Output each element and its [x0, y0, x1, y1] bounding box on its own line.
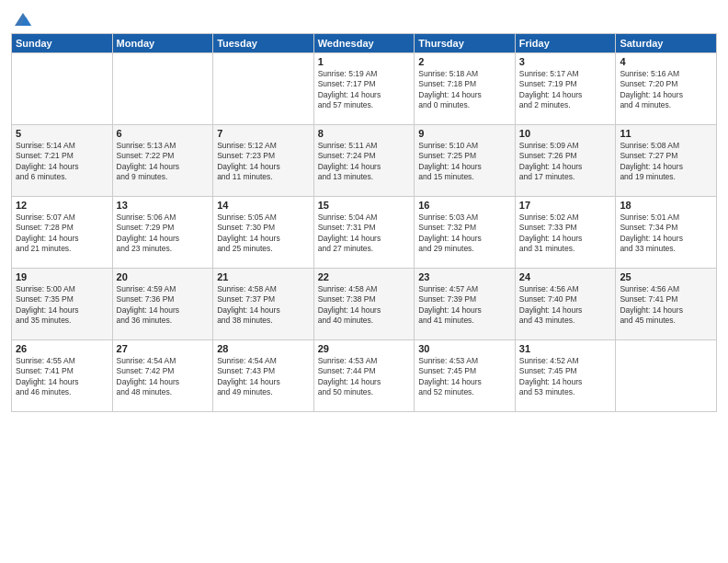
calendar-cell: 30Sunrise: 4:53 AM Sunset: 7:45 PM Dayli… — [415, 340, 516, 412]
calendar-table: SundayMondayTuesdayWednesdayThursdayFrid… — [11, 33, 717, 412]
day-number: 21 — [217, 271, 310, 282]
calendar-cell: 21Sunrise: 4:58 AM Sunset: 7:37 PM Dayli… — [213, 269, 314, 340]
day-info: Sunrise: 5:06 AM Sunset: 7:29 PM Dayligh… — [117, 213, 210, 255]
day-info: Sunrise: 4:56 AM Sunset: 7:40 PM Dayligh… — [519, 284, 612, 327]
day-number: 3 — [519, 56, 612, 67]
day-number: 26 — [16, 343, 108, 354]
day-number: 10 — [519, 128, 612, 139]
day-info: Sunrise: 5:17 AM Sunset: 7:19 PM Dayligh… — [519, 69, 612, 111]
calendar-cell: 10Sunrise: 5:09 AM Sunset: 7:26 PM Dayli… — [515, 125, 616, 197]
day-number: 22 — [318, 271, 411, 282]
day-info: Sunrise: 5:04 AM Sunset: 7:31 PM Dayligh… — [318, 213, 411, 255]
day-info: Sunrise: 4:54 AM Sunset: 7:42 PM Dayligh… — [117, 356, 210, 398]
day-info: Sunrise: 5:13 AM Sunset: 7:22 PM Dayligh… — [117, 141, 210, 183]
calendar-cell: 6Sunrise: 5:13 AM Sunset: 7:22 PM Daylig… — [112, 125, 213, 197]
day-number: 27 — [117, 343, 210, 354]
day-info: Sunrise: 5:16 AM Sunset: 7:20 PM Dayligh… — [620, 69, 712, 111]
day-number: 12 — [16, 200, 108, 211]
day-number: 24 — [519, 271, 612, 282]
calendar-cell: 15Sunrise: 5:04 AM Sunset: 7:31 PM Dayli… — [313, 197, 415, 269]
day-info: Sunrise: 4:56 AM Sunset: 7:41 PM Dayligh… — [620, 284, 712, 327]
calendar-cell: 7Sunrise: 5:12 AM Sunset: 7:23 PM Daylig… — [213, 125, 314, 197]
calendar-cell: 26Sunrise: 4:55 AM Sunset: 7:41 PM Dayli… — [12, 340, 113, 412]
day-number: 16 — [418, 200, 511, 211]
calendar-page: SundayMondayTuesdayWednesdayThursdayFrid… — [0, 0, 728, 563]
day-info: Sunrise: 5:14 AM Sunset: 7:21 PM Dayligh… — [16, 141, 108, 183]
day-info: Sunrise: 4:53 AM Sunset: 7:45 PM Dayligh… — [418, 356, 511, 398]
day-info: Sunrise: 5:10 AM Sunset: 7:25 PM Dayligh… — [418, 141, 511, 183]
day-number: 30 — [418, 343, 511, 354]
calendar-cell: 18Sunrise: 5:01 AM Sunset: 7:34 PM Dayli… — [616, 197, 717, 269]
day-number: 20 — [117, 271, 210, 282]
day-number: 14 — [217, 200, 310, 211]
day-number: 19 — [16, 271, 108, 282]
day-info: Sunrise: 5:09 AM Sunset: 7:26 PM Dayligh… — [519, 141, 612, 183]
calendar-cell: 17Sunrise: 5:02 AM Sunset: 7:33 PM Dayli… — [515, 197, 616, 269]
day-info: Sunrise: 4:57 AM Sunset: 7:39 PM Dayligh… — [418, 284, 511, 327]
calendar-header-monday: Monday — [112, 34, 213, 53]
calendar-week-row: 1Sunrise: 5:19 AM Sunset: 7:17 PM Daylig… — [12, 53, 717, 125]
calendar-cell: 25Sunrise: 4:56 AM Sunset: 7:41 PM Dayli… — [616, 269, 717, 340]
day-info: Sunrise: 5:03 AM Sunset: 7:32 PM Dayligh… — [418, 213, 511, 255]
day-info: Sunrise: 5:08 AM Sunset: 7:27 PM Dayligh… — [620, 141, 712, 183]
calendar-cell: 8Sunrise: 5:11 AM Sunset: 7:24 PM Daylig… — [313, 125, 415, 197]
calendar-week-row: 26Sunrise: 4:55 AM Sunset: 7:41 PM Dayli… — [12, 340, 717, 412]
day-number: 2 — [418, 56, 511, 67]
calendar-cell: 24Sunrise: 4:56 AM Sunset: 7:40 PM Dayli… — [515, 269, 616, 340]
day-info: Sunrise: 4:58 AM Sunset: 7:37 PM Dayligh… — [217, 284, 310, 327]
day-info: Sunrise: 5:12 AM Sunset: 7:23 PM Dayligh… — [217, 141, 310, 183]
day-info: Sunrise: 5:11 AM Sunset: 7:24 PM Dayligh… — [318, 141, 411, 183]
day-info: Sunrise: 5:00 AM Sunset: 7:35 PM Dayligh… — [16, 284, 108, 327]
calendar-week-row: 5Sunrise: 5:14 AM Sunset: 7:21 PM Daylig… — [12, 125, 717, 197]
day-number: 8 — [318, 128, 411, 139]
calendar-header-row: SundayMondayTuesdayWednesdayThursdayFrid… — [12, 34, 717, 53]
calendar-header-sunday: Sunday — [12, 34, 113, 53]
day-number: 18 — [620, 200, 712, 211]
day-number: 1 — [318, 56, 411, 67]
calendar-cell: 11Sunrise: 5:08 AM Sunset: 7:27 PM Dayli… — [616, 125, 717, 197]
day-number: 15 — [318, 200, 411, 211]
day-number: 23 — [418, 271, 511, 282]
calendar-header-saturday: Saturday — [616, 34, 717, 53]
calendar-cell: 1Sunrise: 5:19 AM Sunset: 7:17 PM Daylig… — [313, 53, 415, 125]
day-number: 9 — [418, 128, 511, 139]
calendar-cell — [12, 53, 113, 125]
calendar-week-row: 19Sunrise: 5:00 AM Sunset: 7:35 PM Dayli… — [12, 269, 717, 340]
day-info: Sunrise: 5:01 AM Sunset: 7:34 PM Dayligh… — [620, 213, 712, 255]
calendar-cell: 5Sunrise: 5:14 AM Sunset: 7:21 PM Daylig… — [12, 125, 113, 197]
day-info: Sunrise: 5:07 AM Sunset: 7:28 PM Dayligh… — [16, 213, 108, 255]
day-number: 4 — [620, 56, 712, 67]
calendar-cell: 19Sunrise: 5:00 AM Sunset: 7:35 PM Dayli… — [12, 269, 113, 340]
calendar-cell: 12Sunrise: 5:07 AM Sunset: 7:28 PM Dayli… — [12, 197, 113, 269]
header — [11, 9, 717, 26]
calendar-header-thursday: Thursday — [415, 34, 516, 53]
day-number: 11 — [620, 128, 712, 139]
calendar-cell: 2Sunrise: 5:18 AM Sunset: 7:18 PM Daylig… — [415, 53, 516, 125]
day-info: Sunrise: 5:19 AM Sunset: 7:17 PM Dayligh… — [318, 69, 411, 111]
day-info: Sunrise: 5:02 AM Sunset: 7:33 PM Dayligh… — [519, 213, 612, 255]
day-number: 5 — [16, 128, 108, 139]
day-info: Sunrise: 4:54 AM Sunset: 7:43 PM Dayligh… — [217, 356, 310, 398]
calendar-cell: 13Sunrise: 5:06 AM Sunset: 7:29 PM Dayli… — [112, 197, 213, 269]
day-number: 31 — [519, 343, 612, 354]
day-number: 6 — [117, 128, 210, 139]
day-number: 28 — [217, 343, 310, 354]
calendar-cell — [112, 53, 213, 125]
day-number: 7 — [217, 128, 310, 139]
day-number: 17 — [519, 200, 612, 211]
calendar-cell: 3Sunrise: 5:17 AM Sunset: 7:19 PM Daylig… — [515, 53, 616, 125]
calendar-cell: 29Sunrise: 4:53 AM Sunset: 7:44 PM Dayli… — [313, 340, 415, 412]
day-info: Sunrise: 5:05 AM Sunset: 7:30 PM Dayligh… — [217, 213, 310, 255]
calendar-cell: 20Sunrise: 4:59 AM Sunset: 7:36 PM Dayli… — [112, 269, 213, 340]
calendar-cell: 14Sunrise: 5:05 AM Sunset: 7:30 PM Dayli… — [213, 197, 314, 269]
calendar-cell — [213, 53, 314, 125]
day-info: Sunrise: 4:58 AM Sunset: 7:38 PM Dayligh… — [318, 284, 411, 327]
calendar-cell: 23Sunrise: 4:57 AM Sunset: 7:39 PM Dayli… — [415, 269, 516, 340]
day-info: Sunrise: 5:18 AM Sunset: 7:18 PM Dayligh… — [418, 69, 511, 111]
calendar-cell: 22Sunrise: 4:58 AM Sunset: 7:38 PM Dayli… — [313, 269, 415, 340]
calendar-cell: 4Sunrise: 5:16 AM Sunset: 7:20 PM Daylig… — [616, 53, 717, 125]
logo-icon — [13, 9, 33, 29]
calendar-header-wednesday: Wednesday — [313, 34, 415, 53]
logo — [11, 9, 33, 26]
calendar-cell: 28Sunrise: 4:54 AM Sunset: 7:43 PM Dayli… — [213, 340, 314, 412]
